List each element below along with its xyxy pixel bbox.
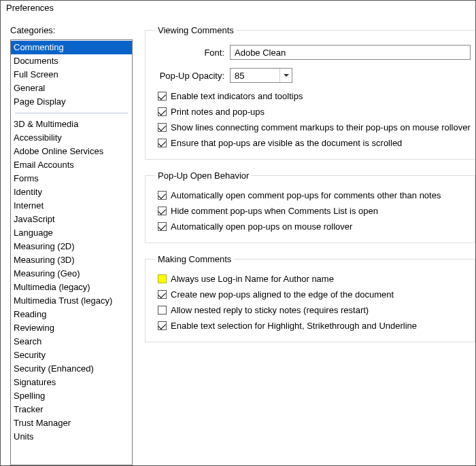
check-label: Hide comment pop-ups when Comments List … xyxy=(171,206,378,216)
category-accessibility[interactable]: Accessibility xyxy=(11,131,132,145)
category-adobe-online-services[interactable]: Adobe Online Services xyxy=(11,145,132,158)
checkbox-icon xyxy=(158,306,167,315)
window-title: Preferences xyxy=(1,1,475,17)
opacity-combo[interactable]: 85 xyxy=(230,68,292,83)
checkbox-icon xyxy=(158,107,167,116)
category-language[interactable]: Language xyxy=(11,226,132,240)
settings-pane: Viewing Comments Font: Pop-Up Opacity: 8… xyxy=(145,25,475,465)
checkbox-icon xyxy=(158,274,167,283)
category-measuring-2d[interactable]: Measuring (2D) xyxy=(11,240,132,253)
font-row: Font: xyxy=(155,45,471,60)
check-text-selection[interactable]: Enable text selection for Highlight, Str… xyxy=(155,321,465,331)
check-label: Allow nested reply to sticky notes (requ… xyxy=(171,305,369,315)
category-multimedia-trust-legacy[interactable]: Multimedia Trust (legacy) xyxy=(11,294,132,308)
check-label: Always use Log-in Name for Author name xyxy=(171,274,334,284)
viewing-comments-legend: Viewing Comments xyxy=(155,25,237,35)
checkbox-icon xyxy=(158,207,167,215)
content-area: Categories: Commenting Documents Full Sc… xyxy=(1,17,475,465)
category-security[interactable]: Security xyxy=(11,348,132,362)
category-page-display[interactable]: Page Display xyxy=(11,95,132,109)
check-align-edge[interactable]: Create new pop-ups aligned to the edge o… xyxy=(155,289,465,300)
check-label: Automatically open comment pop-ups for c… xyxy=(171,190,441,200)
category-internet[interactable]: Internet xyxy=(11,199,132,213)
checkbox-icon xyxy=(158,123,167,132)
category-full-screen[interactable]: Full Screen xyxy=(11,68,132,82)
popup-behavior-legend: Pop-Up Open Behavior xyxy=(155,171,252,181)
font-label: Font: xyxy=(155,48,230,58)
check-auto-open-rollover[interactable]: Automatically open pop-ups on mouse roll… xyxy=(155,221,465,232)
popup-behavior-group: Pop-Up Open Behavior Automatically open … xyxy=(145,171,475,243)
check-text-indicators[interactable]: Enable text indicators and tooltips xyxy=(155,91,471,101)
checkbox-icon xyxy=(158,321,167,330)
category-commenting[interactable]: Commenting xyxy=(11,41,132,54)
category-measuring-geo[interactable]: Measuring (Geo) xyxy=(11,267,132,281)
check-label: Ensure that pop-ups are visible as the d… xyxy=(171,138,402,148)
opacity-dropdown-button[interactable] xyxy=(279,69,292,82)
category-security-enhanced[interactable]: Security (Enhanced) xyxy=(11,362,132,376)
check-label: Create new pop-ups aligned to the edge o… xyxy=(171,289,394,300)
making-comments-legend: Making Comments xyxy=(155,254,234,264)
checkbox-icon xyxy=(158,290,167,299)
check-label: Enable text indicators and tooltips xyxy=(171,91,303,101)
category-forms[interactable]: Forms xyxy=(11,172,132,185)
opacity-value: 85 xyxy=(231,71,279,81)
category-email-accounts[interactable]: Email Accounts xyxy=(11,158,132,172)
viewing-comments-group: Viewing Comments Font: Pop-Up Opacity: 8… xyxy=(145,25,475,160)
check-print-notes[interactable]: Print notes and pop-ups xyxy=(155,107,471,117)
check-auto-open-other[interactable]: Automatically open comment pop-ups for c… xyxy=(155,190,465,200)
making-comments-group: Making Comments Always use Log-in Name f… xyxy=(145,254,475,342)
opacity-label: Pop-Up Opacity: xyxy=(155,71,230,81)
category-multimedia-legacy[interactable]: Multimedia (legacy) xyxy=(11,281,132,294)
categories-label: Categories: xyxy=(10,25,133,35)
category-signatures[interactable]: Signatures xyxy=(11,376,132,389)
check-nested-reply[interactable]: Allow nested reply to sticky notes (requ… xyxy=(155,305,465,315)
checkbox-icon xyxy=(158,92,167,101)
checkbox-icon xyxy=(158,222,167,231)
check-show-lines[interactable]: Show lines connecting comment markups to… xyxy=(155,122,471,132)
category-reading[interactable]: Reading xyxy=(11,308,132,321)
check-label: Enable text selection for Highlight, Str… xyxy=(171,321,417,331)
popup-checks: Automatically open comment pop-ups for c… xyxy=(155,190,465,232)
font-input[interactable] xyxy=(230,45,471,60)
making-checks: Always use Log-in Name for Author name C… xyxy=(155,274,465,331)
category-javascript[interactable]: JavaScript xyxy=(11,213,132,226)
check-hide-when-list[interactable]: Hide comment pop-ups when Comments List … xyxy=(155,206,465,216)
category-divider xyxy=(15,113,128,113)
categories-list[interactable]: Commenting Documents Full Screen General… xyxy=(10,39,133,465)
check-ensure-visible[interactable]: Ensure that pop-ups are visible as the d… xyxy=(155,138,471,148)
check-label: Automatically open pop-ups on mouse roll… xyxy=(171,221,352,232)
category-tracker[interactable]: Tracker xyxy=(11,403,132,416)
chevron-down-icon xyxy=(284,74,289,77)
category-documents[interactable]: Documents xyxy=(11,54,132,68)
checkbox-icon xyxy=(158,139,167,147)
category-general[interactable]: General xyxy=(11,82,132,95)
category-3d-multimedia[interactable]: 3D & Multimedia xyxy=(11,118,132,131)
category-trust-manager[interactable]: Trust Manager xyxy=(11,416,132,430)
category-reviewing[interactable]: Reviewing xyxy=(11,321,132,335)
category-measuring-3d[interactable]: Measuring (3D) xyxy=(11,253,132,267)
category-identity[interactable]: Identity xyxy=(11,185,132,199)
check-use-login-name[interactable]: Always use Log-in Name for Author name xyxy=(155,274,465,284)
checkbox-icon xyxy=(158,191,167,200)
viewing-checks: Enable text indicators and tooltips Prin… xyxy=(155,91,471,148)
category-units[interactable]: Units xyxy=(11,430,132,444)
check-label: Show lines connecting comment markups to… xyxy=(171,122,471,132)
opacity-row: Pop-Up Opacity: 85 xyxy=(155,68,471,83)
category-spelling[interactable]: Spelling xyxy=(11,389,132,403)
categories-pane: Categories: Commenting Documents Full Sc… xyxy=(10,25,133,465)
category-search[interactable]: Search xyxy=(11,335,132,348)
check-label: Print notes and pop-ups xyxy=(171,107,265,117)
preferences-window: Preferences Categories: Commenting Docum… xyxy=(0,0,476,466)
